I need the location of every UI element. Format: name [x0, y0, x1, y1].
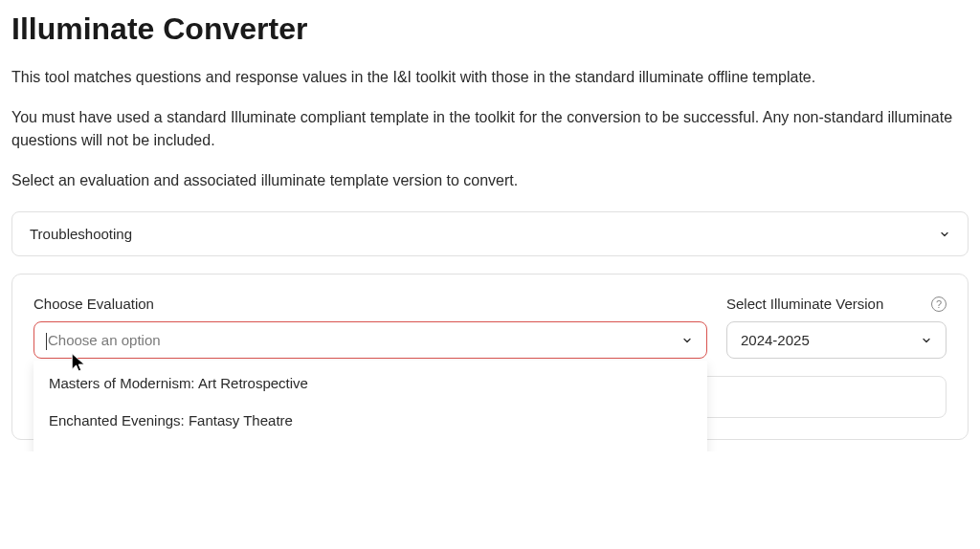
evaluation-option[interactable]: Enchanted Evenings: Fantasy Theatre [33, 402, 707, 439]
version-select[interactable]: 2024-2025 [726, 321, 947, 359]
evaluation-label: Choose Evaluation [33, 296, 707, 312]
evaluation-option[interactable]: Masters of Modernism: Art Retrospective [33, 364, 707, 402]
evaluation-placeholder: Choose an option [48, 332, 161, 348]
evaluation-option[interactable]: Urban Rhythms: Street Art Celebration [33, 439, 707, 451]
page-title: Illuminate Converter [11, 11, 969, 47]
version-selected-value: 2024-2025 [741, 332, 810, 348]
chevron-down-icon [681, 335, 693, 346]
chevron-down-icon [921, 335, 932, 346]
evaluation-dropdown: Masters of Modernism: Art Retrospective … [33, 361, 707, 451]
troubleshooting-accordion[interactable]: Troubleshooting [11, 211, 969, 256]
help-icon[interactable]: ? [931, 296, 947, 312]
chevron-down-icon [939, 229, 950, 240]
version-label: Select Illuminate Version [726, 296, 883, 312]
intro-paragraph-2: You must have used a standard Illuminate… [11, 106, 969, 152]
evaluation-select[interactable]: Choose an option [33, 321, 707, 359]
conversion-form-card: Choose Evaluation Choose an option Maste… [11, 274, 969, 440]
intro-paragraph-3: Select an evaluation and associated illu… [11, 169, 969, 192]
intro-paragraph-1: This tool matches questions and response… [11, 66, 969, 89]
troubleshooting-label: Troubleshooting [30, 226, 132, 242]
